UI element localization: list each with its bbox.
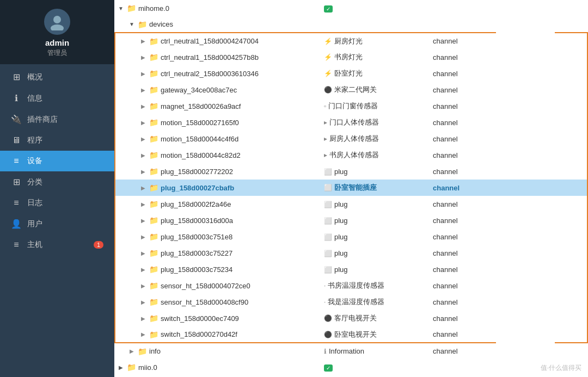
sidebar: admin 管理员 ⊞概况ℹ信息🔌插件商店🖥程序≡设备⊞分类≡日志👤用户≡主机1 bbox=[0, 0, 114, 377]
expand-button[interactable]: ▶ bbox=[139, 184, 147, 191]
tree-cell-empty bbox=[555, 0, 588, 16]
expand-button[interactable]: ▶ bbox=[139, 168, 147, 175]
tree-cell-name: ▶📁plug_158d0002f2a46e bbox=[115, 196, 322, 212]
folder-icon: 📁 bbox=[149, 37, 158, 46]
device-type-icon: ⬜ bbox=[324, 201, 332, 208]
expand-button[interactable]: ▶ bbox=[139, 102, 147, 110]
tree-cell-empty bbox=[555, 98, 588, 114]
expand-button[interactable]: ▼ bbox=[117, 4, 125, 12]
tree-row[interactable]: ▶📁switch_158d000270d42f⚫卧室电视开关channel bbox=[115, 326, 587, 343]
tree-row-label: plug bbox=[334, 233, 348, 241]
expand-button[interactable]: ▶ bbox=[139, 314, 147, 322]
tree-cell-name: ▶📁plug_158d0002772202 bbox=[115, 163, 322, 180]
tree-row[interactable]: ▶📁plug_158d0002f2a46e⬜plugchannel bbox=[115, 196, 587, 212]
expand-button[interactable]: ▶ bbox=[139, 135, 147, 143]
tree-cell-label: ▫门口门窗传感器 bbox=[322, 98, 431, 114]
tree-row-name: gateway_34ce008ac7ec bbox=[161, 86, 237, 94]
tree-row[interactable]: ▶📁magnet_158d00026a9acf▫门口门窗传感器channel bbox=[115, 98, 587, 114]
expand-button[interactable]: ▶ bbox=[128, 348, 136, 355]
tree-cell-empty bbox=[555, 65, 588, 82]
tree-row[interactable]: ▶📁plug_158d000316d00a⬜plugchannel bbox=[115, 212, 587, 228]
tree-cell-empty bbox=[496, 16, 525, 33]
programs-icon: 🖥 bbox=[11, 135, 22, 145]
tree-cell-type: channel bbox=[431, 131, 496, 147]
sidebar-item-hosts[interactable]: ≡主机1 bbox=[0, 234, 114, 255]
tree-row[interactable]: ▶📁ctrl_neutral1_158d0004247004⚡厨房灯光chann… bbox=[115, 33, 587, 49]
tree-cell-type bbox=[431, 0, 496, 16]
folder-icon: 📁 bbox=[149, 183, 158, 192]
tree-cell-type bbox=[431, 16, 496, 33]
tree-cell-empty bbox=[555, 310, 588, 326]
sidebar-item-logs[interactable]: ≡日志 bbox=[0, 193, 114, 213]
tree-cell-name: ▶📁plug_158d0003c751e8 bbox=[115, 228, 322, 245]
tree-row[interactable]: ▶📁gateway_34ce008ac7ec⚫米家二代网关channel bbox=[115, 82, 587, 98]
tree-row[interactable]: ▶📁motion_158d00044c4f6d▸厨房人体传感器channel bbox=[115, 131, 587, 147]
sidebar-label-categories: 分类 bbox=[27, 177, 42, 187]
tree-cell-empty bbox=[555, 33, 588, 49]
tree-row-label: 厨房灯光 bbox=[334, 37, 363, 45]
users-icon: 👤 bbox=[11, 219, 22, 229]
expand-button[interactable]: ▶ bbox=[139, 53, 147, 61]
expand-button[interactable]: ▶ bbox=[117, 363, 125, 371]
sidebar-item-users[interactable]: 👤用户 bbox=[0, 213, 114, 234]
folder-icon: 📁 bbox=[149, 151, 158, 159]
expand-button[interactable]: ▶ bbox=[139, 70, 147, 77]
tree-row[interactable]: ▼📁devices bbox=[115, 16, 587, 33]
expand-button[interactable]: ▶ bbox=[139, 298, 147, 306]
sidebar-item-categories[interactable]: ⊞分类 bbox=[0, 171, 114, 193]
tree-cell-label: ⬜plug bbox=[322, 228, 431, 245]
expand-button[interactable]: ▼ bbox=[128, 21, 136, 28]
tree-row[interactable]: ▶📁motion_158d00027165f0▸门口人体传感器channel bbox=[115, 114, 587, 131]
expand-button[interactable]: ▶ bbox=[139, 38, 147, 45]
tree-row-label: 门口人体传感器 bbox=[329, 118, 379, 126]
tree-container[interactable]: ▼📁mihome.0✓▼📁devices▶📁ctrl_neutral1_158d… bbox=[114, 0, 588, 377]
sidebar-item-info[interactable]: ℹ信息 bbox=[0, 88, 114, 109]
tree-cell-type: channel bbox=[431, 228, 496, 245]
expand-button[interactable]: ▶ bbox=[139, 119, 147, 126]
tree-row[interactable]: ▶📁plug_158d00027cbafb⬜卧室智能插座channel bbox=[115, 180, 587, 196]
tree-cell-name: ▶📁ctrl_neutral1_158d0004247004 bbox=[115, 33, 322, 49]
tree-row[interactable]: ▼📁mihome.0✓ bbox=[115, 0, 587, 16]
sidebar-item-devices[interactable]: ≡设备 bbox=[0, 151, 114, 171]
tree-row[interactable]: ▶📁plug_158d0003c751e8⬜plugchannel bbox=[115, 228, 587, 245]
expand-button[interactable]: ▶ bbox=[139, 217, 147, 224]
sidebar-item-overview[interactable]: ⊞概况 bbox=[0, 66, 114, 88]
expand-button[interactable]: ▶ bbox=[139, 151, 147, 159]
expand-button[interactable]: ▶ bbox=[139, 249, 147, 257]
sidebar-item-plugins[interactable]: 🔌插件商店 bbox=[0, 109, 114, 130]
tree-row[interactable]: ▶📁plug_158d0003c75227⬜plugchannel bbox=[115, 245, 587, 261]
expand-button[interactable]: ▶ bbox=[139, 265, 147, 273]
tree-cell-name: ▶📁ctrl_neutral2_158d0003610346 bbox=[115, 65, 322, 82]
device-type-icon: ⬜ bbox=[324, 184, 332, 191]
tree-row[interactable]: ▶📁infoℹInformationchannel bbox=[115, 343, 587, 359]
sidebar-label-plugins: 插件商店 bbox=[27, 115, 58, 125]
tree-cell-empty bbox=[525, 310, 555, 326]
tree-row[interactable]: ▶📁ctrl_neutral2_158d0003610346⚡卧室灯光chann… bbox=[115, 65, 587, 82]
tree-cell-empty bbox=[525, 245, 555, 261]
tree-row-label: plug bbox=[334, 249, 348, 257]
expand-button[interactable]: ▶ bbox=[139, 200, 147, 208]
tree-cell-empty bbox=[525, 65, 555, 82]
tree-row[interactable]: ▶📁ctrl_neutral1_158d0004257b8b⚡书房灯光chann… bbox=[115, 49, 587, 65]
tree-row[interactable]: ▶📁switch_158d0000ec7409⚫客厅电视开关channel bbox=[115, 310, 587, 326]
expand-button[interactable]: ▶ bbox=[139, 86, 147, 94]
expand-button[interactable]: ▶ bbox=[139, 233, 147, 240]
tree-row[interactable]: ▶📁plug_158d0003c75234⬜plugchannel bbox=[115, 261, 587, 277]
tree-row[interactable]: ▶📁motion_158d00044c82d2▸书房人体传感器channel bbox=[115, 147, 587, 163]
device-type-icon: ℹ bbox=[324, 348, 327, 355]
device-type-icon: ⬜ bbox=[324, 233, 332, 241]
tree-cell-empty bbox=[496, 65, 525, 82]
expand-button[interactable]: ▶ bbox=[139, 282, 147, 289]
folder-icon: 📁 bbox=[127, 4, 136, 13]
tree-cell-label bbox=[322, 16, 431, 33]
sidebar-item-programs[interactable]: 🖥程序 bbox=[0, 130, 114, 151]
tree-cell-empty bbox=[555, 49, 588, 65]
tree-cell-empty bbox=[525, 82, 555, 98]
tree-cell-type: channel bbox=[431, 343, 496, 359]
tree-row[interactable]: ▶📁sensor_ht_158d0004072ce0·书房温湿度传感器chann… bbox=[115, 277, 587, 294]
expand-button[interactable]: ▶ bbox=[139, 331, 147, 338]
tree-row[interactable]: ▶📁sensor_ht_158d000408cf90·我是温湿度传感器chann… bbox=[115, 294, 587, 310]
tree-cell-empty bbox=[525, 212, 555, 228]
tree-row[interactable]: ▶📁miio.0✓ bbox=[115, 359, 587, 375]
tree-row[interactable]: ▶📁plug_158d0002772202⬜plugchannel bbox=[115, 163, 587, 180]
